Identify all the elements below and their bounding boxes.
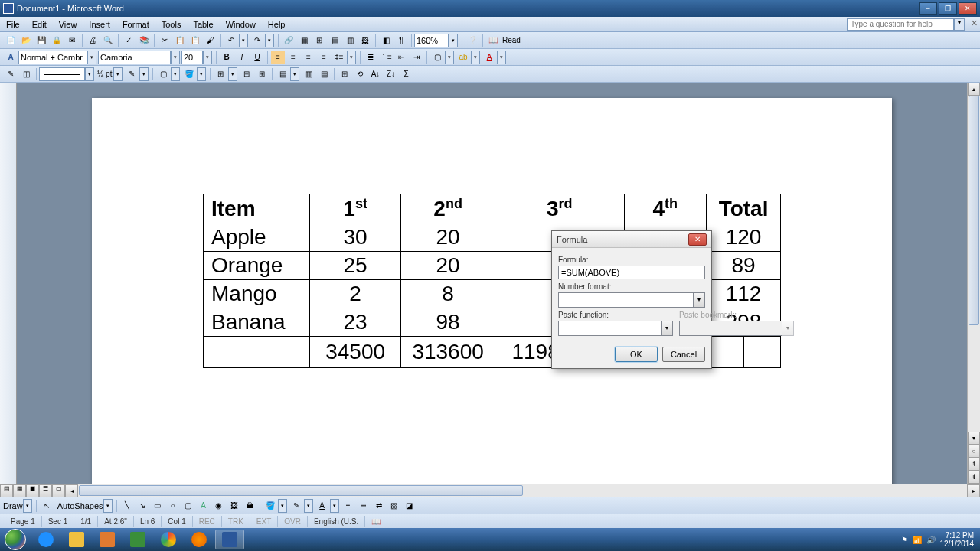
new-doc-icon[interactable]: 📄 [4,34,18,47]
formula-input[interactable] [558,266,705,279]
style-combo[interactable] [18,51,87,64]
task-ie[interactable] [31,530,60,549]
shadow-icon[interactable]: ▨ [387,499,401,513]
undo-dropdown[interactable]: ▾ [239,34,248,47]
linespacing-dropdown[interactable]: ▾ [347,51,356,64]
bold-icon[interactable]: B [220,51,234,64]
hyperlink-icon[interactable]: 🔗 [282,34,296,47]
linestyle-dropdown[interactable]: ▾ [85,67,94,81]
toolbar-close-button[interactable]: ✕ [968,18,980,31]
zoom-combo[interactable] [414,34,449,47]
cut-icon[interactable]: ✂ [158,34,172,47]
print-layout-button[interactable]: ▣ [26,484,39,497]
borders-dropdown[interactable]: ▾ [445,51,454,64]
change-direction-icon[interactable]: ⟲ [353,67,367,81]
menu-view[interactable]: View [53,18,83,31]
line-icon[interactable]: ╲ [120,499,134,513]
print-preview-icon[interactable]: 🔍 [101,34,115,47]
dialog-titlebar[interactable]: Formula ✕ [552,231,711,248]
fontcolor-dropdown[interactable]: ▾ [497,51,506,64]
print-icon[interactable]: 🖨 [86,34,100,47]
increase-indent-icon[interactable]: ⇥ [410,51,423,64]
decrease-indent-icon[interactable]: ⇤ [394,51,408,64]
rectangle-icon[interactable]: ▭ [151,499,165,513]
header-3rd[interactable]: 3rd [495,194,624,223]
header-item[interactable]: Item [204,194,310,223]
scroll-left-button[interactable]: ◂ [65,484,78,497]
autosum-icon[interactable]: Σ [399,67,413,81]
wordart-icon[interactable]: A [197,499,211,513]
align-cell-icon[interactable]: ▤ [276,67,289,81]
excel-icon[interactable]: ▤ [328,34,341,47]
oval-icon[interactable]: ○ [166,499,180,513]
help-icon[interactable]: ❔ [466,34,479,47]
restore-button[interactable]: ❐ [939,2,957,15]
help-search-input[interactable] [847,18,954,31]
scroll-right-button[interactable]: ▸ [967,484,980,497]
status-lang[interactable]: English (U.S. [308,516,365,527]
task-explorer[interactable] [62,530,91,549]
vertical-scrollbar[interactable]: ▴ ▾ ○ ⇞ ⇟ [967,83,980,484]
close-button[interactable]: ✕ [959,2,977,15]
tray-flag-icon[interactable]: ⚑ [901,536,908,544]
align-left-icon[interactable]: ≡ [271,51,285,64]
sort-desc-icon[interactable]: Z↓ [384,67,397,81]
open-icon[interactable]: 📂 [19,34,33,47]
underline-icon[interactable]: U [250,51,264,64]
task-firefox[interactable] [185,530,214,549]
pastefn-dropdown[interactable]: ▾ [661,321,673,336]
merge-cells-icon[interactable]: ⊟ [240,67,253,81]
font-combo[interactable] [98,51,171,64]
split-cells-icon[interactable]: ⊞ [255,67,269,81]
web-layout-button[interactable]: ▦ [13,484,26,497]
fill-color-icon[interactable]: 🪣 [263,499,277,513]
normal-view-button[interactable]: ▤ [0,484,13,497]
line-style-icon[interactable]: ≡ [341,499,355,513]
border-color-icon[interactable]: ✎ [125,67,139,81]
read-label[interactable]: Read [502,36,521,44]
arrow-icon[interactable]: ↘ [136,499,149,513]
lineweight-dropdown[interactable]: ▾ [113,67,122,81]
status-trk[interactable]: TRK [222,516,250,527]
task-word[interactable] [215,530,244,549]
prev-page-button[interactable]: ⇞ [968,458,980,471]
status-rec[interactable]: REC [193,516,222,527]
draw-menu[interactable]: Draw [3,501,23,510]
header-4th[interactable]: 4th [624,194,707,223]
textbox-icon[interactable]: ▢ [181,499,195,513]
menu-tools[interactable]: Tools [155,18,188,31]
redo-icon[interactable]: ↷ [250,34,264,47]
border-dropdown[interactable]: ▾ [171,67,180,81]
insert-table-icon2[interactable]: ⊞ [214,67,227,81]
align-right-icon[interactable]: ≡ [302,51,315,64]
undo-icon[interactable]: ↶ [224,34,238,47]
zoom-dropdown[interactable]: ▾ [449,34,458,47]
browse-object-button[interactable]: ○ [968,445,980,458]
format-painter-icon[interactable]: 🖌 [204,34,217,47]
menu-table[interactable]: Table [187,18,219,31]
numbering-icon[interactable]: ≣ [364,51,377,64]
spellcheck-icon[interactable]: ✓ [122,34,136,47]
reading-layout-button[interactable]: ▭ [52,484,65,497]
font-color-icon[interactable]: A [482,51,496,64]
status-ovr[interactable]: OVR [278,516,308,527]
copy-icon[interactable]: 📋 [173,34,187,47]
menu-file[interactable]: File [0,18,26,31]
outline-view-button[interactable]: ☰ [39,484,52,497]
menu-format[interactable]: Format [116,18,155,31]
cancel-button[interactable]: Cancel [662,347,705,362]
tables-borders-icon[interactable]: ▦ [297,34,311,47]
task-chrome[interactable] [154,530,183,549]
table-autoformat-icon[interactable]: ⊞ [338,67,351,81]
line-color-icon[interactable]: ✎ [289,499,303,513]
fontsize-combo[interactable] [181,51,203,64]
aligncell-dropdown[interactable]: ▾ [290,67,299,81]
paste-icon[interactable]: 📋 [188,34,202,47]
tray-clock[interactable]: 7:12 PM 12/1/2014 [940,531,975,548]
save-icon[interactable]: 💾 [34,34,48,47]
menu-edit[interactable]: Edit [26,18,53,31]
eraser-icon[interactable]: ◫ [19,67,33,81]
font-color-icon2[interactable]: A [315,499,329,513]
next-page-button[interactable]: ⇟ [968,471,980,484]
menu-help[interactable]: Help [262,18,292,31]
